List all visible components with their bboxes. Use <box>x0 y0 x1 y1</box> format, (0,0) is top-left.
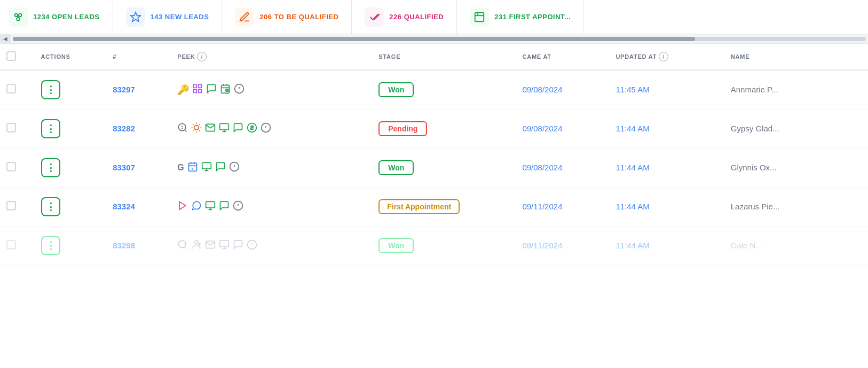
peek-email-icon[interactable] <box>205 122 216 136</box>
row-actions-cell: ⋮ <box>35 148 107 187</box>
peek-email-faded-icon[interactable] <box>205 239 216 253</box>
row-actions-cell: ⋮ <box>35 109 107 148</box>
new-leads-label: 143 NEW LEADS <box>151 13 209 21</box>
svg-point-24 <box>182 128 183 129</box>
peek-monitor-icon[interactable] <box>219 122 230 136</box>
stage-badge[interactable]: Won <box>378 160 414 175</box>
peek-search-question-icon[interactable] <box>177 122 188 136</box>
table-row: ⋮ 83297 🔑 <box>0 70 868 109</box>
peek-g-letter-icon[interactable]: G <box>177 163 184 173</box>
came-at-date: 09/08/2024 <box>522 163 562 172</box>
row-updated-at-cell: 11:45 AM <box>609 70 724 109</box>
peek-search-icon-faded[interactable] <box>177 239 188 253</box>
top-bar: 1234 OPEN LEADS 143 NEW LEADS 206 TO BE … <box>0 0 868 34</box>
peek-person-icon-faded[interactable] <box>191 239 202 253</box>
horizontal-scrollbar[interactable]: ◀ <box>0 34 868 44</box>
row-stage-cell: First Appointment <box>372 187 516 226</box>
peek-info3-icon[interactable] <box>229 161 240 175</box>
svg-rect-10 <box>199 84 202 88</box>
to-be-qualified-icon <box>235 7 254 27</box>
to-be-qualified-item[interactable]: 206 TO BE QUALIFIED <box>222 0 352 34</box>
table-body: ⋮ 83297 🔑 <box>0 70 868 265</box>
peek-chat-faded-icon[interactable] <box>233 239 243 253</box>
row-came-at-cell: 09/11/2024 <box>516 226 609 265</box>
peek-chat4-icon[interactable] <box>219 200 230 214</box>
scroll-track[interactable] <box>13 37 866 41</box>
row-number[interactable]: 83282 <box>113 124 135 133</box>
peek-chat-icon[interactable] <box>206 83 217 97</box>
came-at-date: 09/08/2024 <box>522 85 562 94</box>
leads-table: ACTIONS # PEEK i STAGE CAME AT UPDATED A… <box>0 44 868 265</box>
svg-line-29 <box>200 130 200 131</box>
peek-monitor-faded-icon[interactable] <box>219 239 230 253</box>
peek-dollar-icon[interactable] <box>247 122 257 136</box>
header-updated-at: UPDATED AT i <box>609 44 724 70</box>
svg-line-33 <box>200 124 200 124</box>
stage-badge[interactable]: Won <box>378 82 414 97</box>
peek-icons-group: G 1 <box>177 161 366 175</box>
svg-text:1: 1 <box>191 167 193 170</box>
peek-chat3-icon[interactable] <box>215 161 226 175</box>
row-name-cell: Gypsy Glad... <box>724 109 868 148</box>
svg-line-28 <box>193 124 194 124</box>
actions-button[interactable]: ⋮ <box>41 197 60 216</box>
qualified-item[interactable]: 226 QUALIFIED <box>352 0 457 34</box>
row-number[interactable]: 83307 <box>113 163 135 172</box>
peek-monitor3-icon[interactable] <box>205 200 216 214</box>
svg-point-25 <box>194 125 199 129</box>
new-leads-item[interactable]: 143 NEW LEADS <box>113 0 223 34</box>
qualified-icon <box>365 7 384 27</box>
row-number[interactable]: 83324 <box>113 202 135 211</box>
row-peek-cell: 🔑 <box>171 70 372 109</box>
peek-calendar-clock-icon[interactable] <box>220 83 231 97</box>
peek-play-icon[interactable] <box>177 200 188 214</box>
svg-rect-12 <box>199 89 202 92</box>
row-checkbox[interactable] <box>6 240 16 249</box>
peek-grid-icon[interactable] <box>192 83 203 97</box>
peek-monitor2-icon[interactable] <box>201 161 212 175</box>
row-checkbox-cell <box>0 187 35 226</box>
header-came-at: CAME AT <box>516 44 609 70</box>
row-num-cell: 83297 <box>106 70 171 109</box>
open-leads-item[interactable]: 1234 OPEN LEADS <box>4 0 113 34</box>
svg-point-62 <box>195 240 199 244</box>
select-all-checkbox[interactable] <box>6 51 16 61</box>
row-peek-cell: G 1 <box>171 148 372 187</box>
peek-info-icon[interactable]: i <box>197 52 207 61</box>
actions-button[interactable]: ⋮ <box>41 119 60 138</box>
actions-button[interactable]: ⋮ <box>41 236 60 255</box>
table-row: ⋮ 83282 <box>0 109 868 148</box>
svg-rect-9 <box>194 84 197 88</box>
stage-badge[interactable]: First Appointment <box>378 199 460 214</box>
peek-info-faded-icon[interactable] <box>247 239 257 253</box>
peek-info-circle-icon[interactable] <box>234 83 244 97</box>
header-checkbox[interactable] <box>0 44 35 70</box>
row-checkbox[interactable] <box>6 84 16 93</box>
peek-chat2-icon[interactable] <box>233 122 243 136</box>
actions-button[interactable]: ⋮ <box>41 80 60 99</box>
peek-key-icon[interactable]: 🔑 <box>177 84 189 96</box>
open-leads-icon <box>9 7 28 27</box>
header-stage: STAGE <box>372 44 516 70</box>
peek-info4-icon[interactable] <box>233 200 243 214</box>
actions-button[interactable]: ⋮ <box>41 158 60 177</box>
row-actions-cell: ⋮ <box>35 187 107 226</box>
row-number[interactable]: 83298 <box>113 241 135 250</box>
svg-marker-5 <box>130 12 140 21</box>
scroll-left-arrow[interactable]: ◀ <box>0 34 11 44</box>
table-row: ⋮ 83307 G 1 <box>0 148 868 187</box>
row-num-cell: 83298 <box>106 226 171 265</box>
row-stage-cell: Pending <box>372 109 516 148</box>
updated-info-icon[interactable]: i <box>659 52 668 61</box>
first-appt-item[interactable]: 231 FIRST APPOINT... <box>457 0 584 34</box>
row-checkbox[interactable] <box>6 201 16 210</box>
row-checkbox[interactable] <box>6 123 16 132</box>
peek-sun-icon[interactable] <box>191 122 202 136</box>
stage-badge[interactable]: Pending <box>378 121 427 136</box>
row-checkbox[interactable] <box>6 162 16 171</box>
peek-info2-icon[interactable] <box>261 122 271 136</box>
peek-message-icon[interactable] <box>191 200 202 214</box>
peek-calendar-icon[interactable]: 1 <box>187 161 198 175</box>
row-number[interactable]: 83297 <box>113 85 135 94</box>
row-checkbox-cell <box>0 70 35 109</box>
